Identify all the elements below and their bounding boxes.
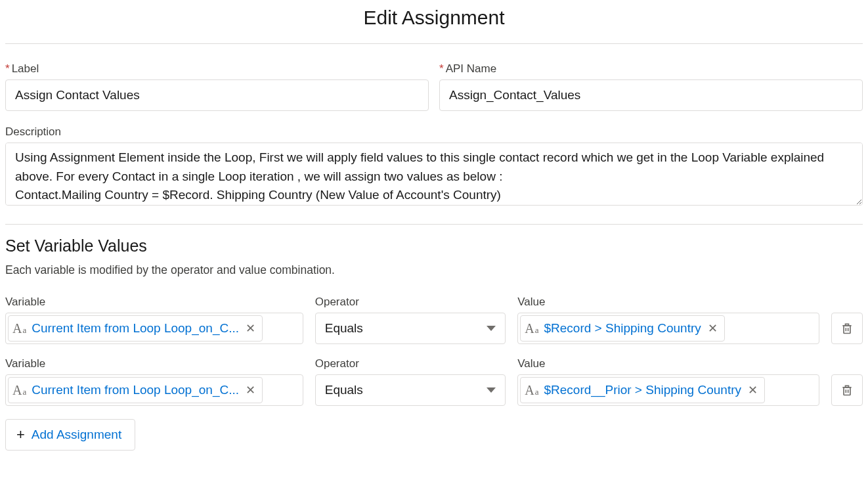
remove-pill-icon[interactable]: ✕ <box>244 383 257 397</box>
delete-row-button[interactable] <box>831 313 863 344</box>
value-pill: Aa $Record > Shipping Country ✕ <box>520 315 724 342</box>
add-assignment-button[interactable]: + Add Assignment <box>5 419 135 451</box>
assignment-row: Variable Aa Current Item from Loop Loop_… <box>5 357 863 406</box>
api-name-field-label: *API Name <box>439 62 863 76</box>
operator-value: Equals <box>325 321 487 336</box>
divider <box>5 43 863 44</box>
divider <box>5 224 863 225</box>
section-heading: Set Variable Values <box>5 236 863 255</box>
plus-icon: + <box>16 428 25 442</box>
required-asterisk: * <box>439 62 444 75</box>
assignment-row: Variable Aa Current Item from Loop Loop_… <box>5 296 863 344</box>
page-title: Edit Assignment <box>5 7 863 29</box>
value-input[interactable]: Aa $Record__Prior > Shipping Country ✕ <box>517 374 819 406</box>
value-pill-text: $Record__Prior > Shipping Country <box>544 383 741 397</box>
remove-pill-icon[interactable]: ✕ <box>747 383 759 397</box>
required-asterisk: * <box>5 62 10 75</box>
value-column-label: Value <box>517 357 819 370</box>
variable-input[interactable]: Aa Current Item from Loop Loop_on_C... ✕ <box>5 374 303 406</box>
add-assignment-label: Add Assignment <box>32 428 121 442</box>
remove-pill-icon[interactable]: ✕ <box>706 321 719 336</box>
text-type-icon: Aa <box>12 384 26 397</box>
text-type-icon: Aa <box>12 322 26 335</box>
chevron-down-icon <box>487 326 496 331</box>
variable-pill: Aa Current Item from Loop Loop_on_C... ✕ <box>8 315 263 342</box>
value-input[interactable]: Aa $Record > Shipping Country ✕ <box>517 313 819 344</box>
operator-select[interactable]: Equals <box>315 313 506 344</box>
value-pill: Aa $Record__Prior > Shipping Country ✕ <box>520 377 765 403</box>
text-type-icon: Aa <box>525 322 538 335</box>
value-column-label: Value <box>517 296 819 309</box>
operator-value: Equals <box>325 383 487 397</box>
description-field-label: Description <box>5 125 863 139</box>
trash-icon <box>840 383 854 397</box>
label-field-label: *Label <box>5 62 429 76</box>
label-input[interactable] <box>5 79 429 111</box>
variable-column-label: Variable <box>5 296 303 309</box>
variable-pill: Aa Current Item from Loop Loop_on_C... ✕ <box>8 377 263 403</box>
variable-column-label: Variable <box>5 357 303 370</box>
value-pill-text: $Record > Shipping Country <box>544 321 701 336</box>
section-subtext: Each variable is modified by the operato… <box>5 263 863 277</box>
trash-icon <box>840 321 854 336</box>
delete-row-button[interactable] <box>831 374 863 406</box>
remove-pill-icon[interactable]: ✕ <box>244 321 257 336</box>
variable-pill-text: Current Item from Loop Loop_on_C... <box>32 321 239 336</box>
description-textarea[interactable]: Using Assignment Element inside the Loop… <box>5 143 863 206</box>
operator-select[interactable]: Equals <box>315 374 506 406</box>
chevron-down-icon <box>487 387 496 393</box>
operator-column-label: Operator <box>315 357 506 370</box>
variable-input[interactable]: Aa Current Item from Loop Loop_on_C... ✕ <box>5 313 303 344</box>
operator-column-label: Operator <box>315 296 506 309</box>
variable-pill-text: Current Item from Loop Loop_on_C... <box>32 383 239 397</box>
text-type-icon: Aa <box>525 384 538 397</box>
api-name-input[interactable] <box>439 79 863 111</box>
